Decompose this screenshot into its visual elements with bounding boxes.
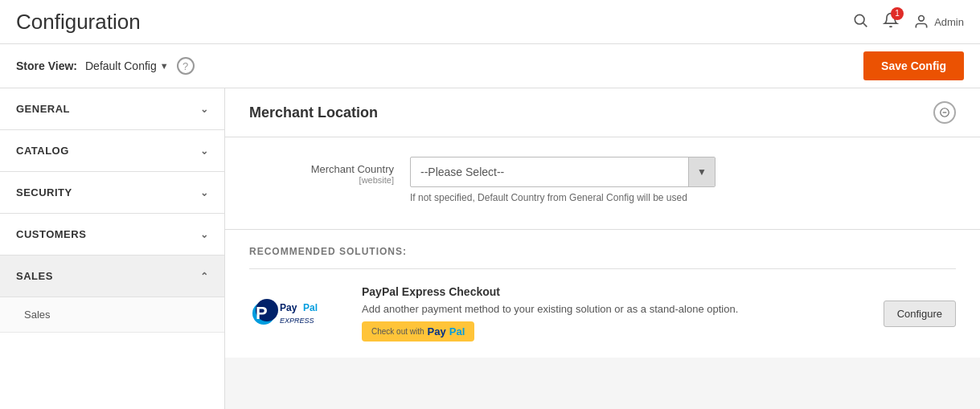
sidebar-item-customers-label: CUSTOMERS	[16, 228, 86, 240]
configure-button[interactable]: Configure	[884, 301, 956, 327]
store-view-current: Default Config	[85, 59, 157, 72]
sidebar-item-general-label: GENERAL	[16, 103, 70, 115]
merchant-country-select[interactable]: --Please Select--	[411, 159, 688, 185]
merchant-country-hint: If not specified, Default Country from G…	[410, 192, 956, 203]
solution-description: Add another payment method to your exist…	[362, 303, 867, 315]
svg-text:P: P	[256, 303, 268, 323]
merchant-country-label: Merchant Country [website]	[249, 157, 410, 185]
notifications-icon[interactable]: 1	[883, 12, 899, 32]
sidebar-item-catalog-label: CATALOG	[16, 145, 69, 157]
form-section: Merchant Country [website] --Please Sele…	[225, 137, 980, 230]
svg-line-1	[863, 22, 867, 27]
sidebar-item-security-label: SECURITY	[16, 186, 72, 198]
chevron-down-icon: ⌄	[200, 104, 209, 115]
sidebar: GENERAL ⌄ CATALOG ⌄ SECURITY ⌄ CUSTOMERS…	[0, 88, 225, 409]
chevron-up-icon: ⌃	[200, 271, 209, 282]
badge-brand: Pay	[428, 325, 446, 337]
solution-divider	[249, 268, 956, 269]
sidebar-item-sales[interactable]: SALES ⌃	[0, 256, 224, 297]
solution-name: PayPal Express Checkout	[362, 285, 867, 298]
sidebar-item-security[interactable]: SECURITY ⌄	[0, 172, 224, 214]
save-config-button[interactable]: Save Config	[863, 51, 964, 80]
sidebar-item-customers[interactable]: CUSTOMERS ⌄	[0, 214, 224, 256]
header-icons: 1 Admin	[852, 12, 964, 32]
section-title: Merchant Location	[249, 104, 378, 121]
recommended-section: RECOMMENDED SOLUTIONS: P Pay Pal EXPRESS	[225, 230, 980, 358]
merchant-country-row: Merchant Country [website] --Please Sele…	[249, 157, 956, 203]
chevron-down-icon: ⌄	[200, 229, 209, 240]
main-layout: GENERAL ⌄ CATALOG ⌄ SECURITY ⌄ CUSTOMERS…	[0, 88, 980, 409]
sidebar-item-sales-label: SALES	[16, 270, 53, 282]
svg-point-2	[919, 16, 925, 22]
sidebar-sub-item-sales-label: Sales	[24, 309, 51, 321]
page-title: Configuration	[16, 10, 141, 35]
chevron-down-icon: ⌄	[200, 187, 209, 198]
chevron-down-icon: ⌄	[200, 145, 209, 157]
select-arrow-button[interactable]: ▼	[688, 157, 715, 186]
solution-info: PayPal Express Checkout Add another paym…	[362, 285, 867, 342]
paypal-logo: P Pay Pal EXPRESS	[249, 293, 346, 333]
sidebar-item-catalog[interactable]: CATALOG ⌄	[0, 130, 224, 172]
merchant-country-control: --Please Select-- ▼ If not specified, De…	[410, 157, 956, 203]
username-text: Admin	[934, 16, 964, 28]
svg-text:EXPRESS: EXPRESS	[280, 317, 314, 325]
sidebar-sub-item-sales[interactable]: Sales	[0, 297, 224, 333]
badge-text: Check out with	[371, 327, 424, 336]
top-header: Configuration 1 Admin	[0, 0, 980, 44]
svg-text:Pal: Pal	[303, 302, 318, 313]
store-view-left: Store View: Default Config ▼ ?	[16, 57, 195, 75]
section-header: Merchant Location	[225, 88, 980, 137]
help-icon[interactable]: ?	[177, 57, 195, 75]
svg-point-0	[855, 14, 864, 24]
svg-text:Pay: Pay	[280, 302, 297, 313]
store-view-label: Store View:	[16, 59, 77, 72]
store-view-bar: Store View: Default Config ▼ ? Save Conf…	[0, 44, 980, 88]
store-view-select[interactable]: Default Config ▼	[85, 59, 169, 72]
store-view-chevron: ▼	[160, 61, 169, 71]
user-info[interactable]: Admin	[913, 14, 964, 30]
recommended-title: RECOMMENDED SOLUTIONS:	[249, 246, 956, 257]
notification-count: 1	[891, 7, 904, 20]
checkout-badge: Check out with PayPal	[362, 321, 474, 342]
sidebar-item-general[interactable]: GENERAL ⌄	[0, 88, 224, 130]
search-icon[interactable]	[852, 12, 868, 32]
collapse-icon[interactable]	[933, 101, 956, 124]
solution-row: P Pay Pal EXPRESS PayPal Express Checkou…	[249, 285, 956, 342]
content-area: Merchant Location Merchant Country [webs…	[225, 88, 980, 409]
merchant-country-select-wrapper: --Please Select-- ▼	[410, 157, 716, 187]
